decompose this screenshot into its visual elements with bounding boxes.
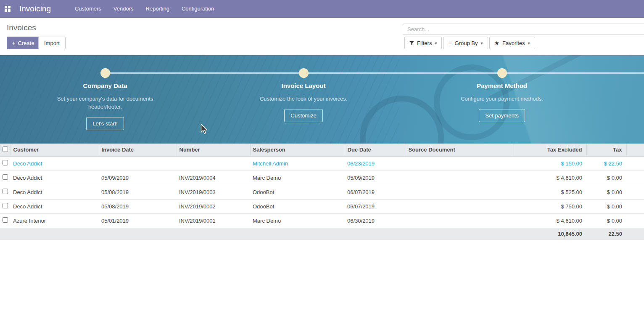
cell-tax[interactable]: $ 0.00: [586, 199, 626, 213]
row-checkbox[interactable]: [3, 203, 8, 208]
cell-invoice-date[interactable]: [99, 156, 177, 170]
cell-due-date[interactable]: 05/09/2019: [345, 170, 406, 185]
cell-tax-excluded[interactable]: $ 150.00: [514, 156, 586, 170]
cell-invoice-date[interactable]: 05/09/2019: [99, 170, 177, 185]
step-dot-company-data: [100, 68, 110, 78]
cell-source-document[interactable]: [406, 170, 514, 185]
cell-tax-excluded[interactable]: $ 4,610.00: [514, 170, 586, 185]
invoice-row[interactable]: Deco Addict 05/09/2019 INV/2019/0004 Mar…: [0, 170, 644, 185]
cell-invoice-date[interactable]: 05/01/2019: [99, 213, 177, 228]
cell-customer[interactable]: Deco Addict: [11, 170, 99, 185]
app-title[interactable]: Invoicing: [19, 4, 51, 13]
row-checkbox[interactable]: [3, 217, 8, 223]
column-header-customer[interactable]: Customer: [11, 144, 99, 156]
cell-salesperson[interactable]: Mitchell Admin: [250, 156, 345, 170]
cell-number[interactable]: INV/2019/0003: [177, 185, 250, 199]
customize-button[interactable]: Customize: [284, 109, 322, 122]
invoice-row[interactable]: Deco Addict Mitchell Admin 06/23/2019 $ …: [0, 156, 644, 170]
cell-salesperson[interactable]: OdooBot: [250, 185, 345, 199]
apps-grid-icon: [5, 6, 11, 12]
menu-configuration[interactable]: Configuration: [182, 5, 214, 12]
star-icon: ★: [494, 40, 500, 46]
create-button[interactable]: + Create: [7, 37, 40, 49]
cell-source-document[interactable]: [406, 199, 514, 213]
cell-source-document[interactable]: [406, 213, 514, 228]
step-description: Configure your payment methods.: [453, 95, 552, 103]
caret-down-icon: ▾: [481, 41, 483, 45]
cell-tax-excluded[interactable]: $ 525.00: [514, 185, 586, 199]
step-description: Customize the look of your invoices.: [254, 95, 353, 103]
menu-reporting[interactable]: Reporting: [146, 5, 169, 12]
select-all-checkbox[interactable]: [3, 147, 8, 152]
group-by-button[interactable]: ≡ Group By ▾: [443, 37, 488, 49]
cell-tax-excluded[interactable]: $ 4,610.00: [514, 213, 586, 228]
top-navbar: Invoicing Customers Vendors Reporting Co…: [0, 0, 644, 18]
cell-invoice-date[interactable]: 05/08/2019: [99, 199, 177, 213]
step-title: Payment Method: [435, 82, 569, 89]
cell-customer[interactable]: Deco Addict: [11, 199, 99, 213]
step-dot-payment-method: [497, 68, 507, 78]
funnel-icon: [409, 41, 414, 45]
onboarding-banner: Company Data Set your company's data for…: [0, 55, 644, 144]
row-checkbox[interactable]: [3, 189, 8, 194]
navbar-menus: Customers Vendors Reporting Configuratio…: [75, 5, 214, 12]
column-header-invoice-date[interactable]: Invoice Date: [99, 144, 177, 156]
search-input[interactable]: [403, 24, 644, 35]
onboarding-step-payment-method: Payment Method Configure your payment me…: [435, 82, 569, 122]
cell-number[interactable]: [177, 156, 250, 170]
cell-salesperson[interactable]: Marc Demo: [250, 170, 345, 185]
cell-source-document[interactable]: [406, 156, 514, 170]
cell-due-date[interactable]: 06/30/2019: [345, 213, 406, 228]
cell-tax-excluded[interactable]: $ 750.00: [514, 199, 586, 213]
column-header-tax[interactable]: Tax: [586, 144, 626, 156]
cell-customer[interactable]: Deco Addict: [11, 185, 99, 199]
invoice-row[interactable]: Azure Interior 05/01/2019 INV/2019/0001 …: [0, 213, 644, 228]
cell-number[interactable]: INV/2019/0004: [177, 170, 250, 185]
cell-salesperson[interactable]: OdooBot: [250, 199, 345, 213]
caret-down-icon: ▾: [528, 41, 530, 45]
column-header-spacer: [626, 144, 644, 156]
cell-customer[interactable]: Azure Interior: [11, 213, 99, 228]
cell-due-date[interactable]: 06/07/2019: [345, 199, 406, 213]
invoice-row[interactable]: Deco Addict 05/08/2019 INV/2019/0003 Odo…: [0, 185, 644, 199]
cell-number[interactable]: INV/2019/0002: [177, 199, 250, 213]
row-checkbox[interactable]: [3, 174, 8, 180]
column-header-tax-excluded[interactable]: Tax Excluded: [514, 144, 586, 156]
favorites-label: Favorites: [502, 40, 525, 46]
onboarding-step-company-data: Company Data Set your company's data for…: [38, 82, 172, 130]
invoice-row[interactable]: Deco Addict 05/08/2019 INV/2019/0002 Odo…: [0, 199, 644, 213]
favorites-button[interactable]: ★ Favorites ▾: [489, 37, 535, 49]
column-header-number[interactable]: Number: [177, 144, 250, 156]
filters-button[interactable]: Filters ▾: [404, 37, 442, 49]
total-tax-excluded: 10,645.00: [514, 228, 586, 240]
menu-customers[interactable]: Customers: [75, 5, 101, 12]
onboarding-progress-line: [105, 72, 644, 74]
cell-due-date[interactable]: 06/23/2019: [345, 156, 406, 170]
apps-menu-button[interactable]: [0, 0, 15, 18]
column-header-due-date[interactable]: Due Date: [345, 144, 406, 156]
cell-tax[interactable]: $ 0.00: [586, 185, 626, 199]
create-button-label: Create: [18, 40, 34, 46]
row-checkbox[interactable]: [3, 160, 8, 165]
set-payments-button[interactable]: Set payments: [479, 109, 525, 122]
menu-vendors[interactable]: Vendors: [113, 5, 134, 12]
lets-start-button[interactable]: Let's start!: [86, 117, 124, 130]
caret-down-icon: ▾: [435, 41, 437, 45]
cell-source-document[interactable]: [406, 185, 514, 199]
cell-tax[interactable]: $ 0.00: [586, 170, 626, 185]
column-header-salesperson[interactable]: Salesperson: [250, 144, 345, 156]
import-button[interactable]: Import: [38, 37, 66, 49]
cell-due-date[interactable]: 06/07/2019: [345, 185, 406, 199]
plus-icon: +: [12, 40, 16, 46]
control-panel: Invoices + Create Import Filters ▾ ≡ Gro…: [0, 18, 644, 55]
cell-tax[interactable]: $ 22.50: [586, 156, 626, 170]
cell-invoice-date[interactable]: 05/08/2019: [99, 185, 177, 199]
cell-number[interactable]: INV/2019/0001: [177, 213, 250, 228]
cell-customer[interactable]: Deco Addict: [11, 156, 99, 170]
onboarding-step-invoice-layout: Invoice Layout Customize the look of you…: [236, 82, 371, 122]
search-options-bar: Filters ▾ ≡ Group By ▾ ★ Favorites ▾: [404, 37, 535, 49]
column-header-source-document[interactable]: Source Document: [406, 144, 514, 156]
cell-salesperson[interactable]: Marc Demo: [250, 213, 345, 228]
page-title: Invoices: [7, 23, 36, 32]
cell-tax[interactable]: $ 0.00: [586, 213, 626, 228]
